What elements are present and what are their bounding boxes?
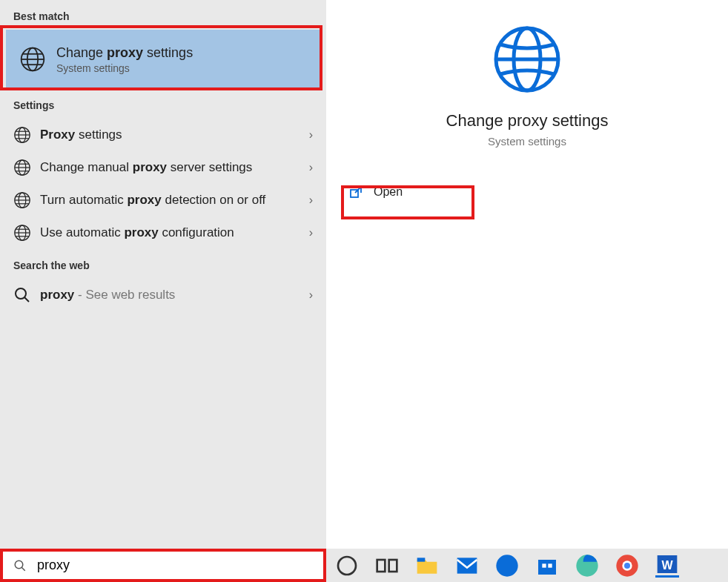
svg-point-32 [15, 560, 23, 569]
best-match-title: Change proxy settings [56, 45, 193, 61]
svg-rect-40 [538, 560, 556, 575]
svg-rect-35 [377, 560, 385, 572]
open-label: Open [374, 185, 403, 199]
settings-result[interactable]: Turn automatic proxy detection on or off… [0, 184, 326, 216]
settings-result-label: Turn automatic proxy detection on or off [40, 192, 309, 208]
chevron-right-icon: › [309, 288, 313, 302]
best-match-subtitle: System settings [56, 62, 193, 74]
svg-point-39 [496, 555, 517, 576]
taskbar-taskview-icon[interactable] [375, 554, 399, 578]
chevron-right-icon: › [309, 226, 313, 239]
globe-icon [13, 224, 31, 242]
text-suffix: - See web results [74, 288, 175, 302]
preview-subtitle: System settings [326, 135, 728, 148]
svg-rect-41 [542, 563, 546, 567]
globe-icon [13, 191, 31, 209]
best-match-text: Change proxy settings System settings [56, 45, 193, 74]
svg-rect-36 [389, 560, 397, 572]
settings-result-label: Use automatic proxy configuration [40, 225, 309, 241]
svg-point-46 [624, 563, 630, 569]
settings-result-label: Change manual proxy server settings [40, 159, 309, 176]
chevron-right-icon: › [309, 194, 313, 207]
settings-result[interactable]: Proxy settings › [0, 119, 326, 151]
settings-result-label: Proxy settings [40, 127, 309, 143]
svg-rect-42 [548, 563, 552, 567]
settings-results-list: Proxy settings › Change manual proxy ser… [0, 119, 326, 249]
preview-panel: Change proxy settings System settings Op… [326, 0, 728, 549]
chevron-right-icon: › [309, 161, 313, 174]
svg-point-25 [16, 288, 26, 299]
search-icon [13, 559, 27, 572]
taskbar-word-icon[interactable]: W [655, 554, 679, 578]
text-part: Change [56, 45, 107, 60]
svg-text:W: W [661, 559, 673, 572]
taskbar: W [326, 549, 728, 582]
globe-icon [13, 126, 31, 144]
open-button[interactable]: Open [326, 177, 728, 207]
svg-rect-38 [457, 558, 477, 573]
taskbar-file-explorer-icon[interactable] [415, 554, 439, 578]
globe-icon [13, 159, 31, 176]
search-input[interactable] [37, 558, 313, 573]
settings-result[interactable]: Change manual proxy server settings › [0, 151, 326, 184]
globe-icon [490, 22, 564, 96]
search-bar[interactable] [3, 552, 323, 579]
text-strong: proxy [40, 288, 74, 302]
taskbar-store-icon[interactable] [535, 554, 559, 578]
text-strong: proxy [107, 45, 143, 60]
taskbar-edge-icon[interactable] [575, 554, 599, 578]
web-result-label: proxy - See web results [40, 287, 309, 303]
svg-line-26 [24, 297, 29, 302]
web-result[interactable]: proxy - See web results › [0, 279, 326, 311]
svg-point-34 [338, 557, 356, 575]
preview-content: Change proxy settings System settings [326, 0, 728, 148]
settings-result[interactable]: Use automatic proxy configuration › [0, 216, 326, 249]
globe-icon [19, 46, 46, 73]
taskbar-cortana-icon[interactable] [335, 554, 359, 578]
search-icon [13, 286, 31, 304]
search-results-panel: Best match Change proxy settings System … [0, 0, 326, 549]
svg-rect-37 [417, 558, 426, 561]
best-match-result[interactable]: Change proxy settings System settings [6, 30, 320, 89]
open-external-icon [348, 185, 363, 199]
svg-line-33 [21, 567, 25, 571]
chevron-right-icon: › [309, 128, 313, 142]
section-settings: Settings [0, 89, 326, 119]
taskbar-mail-icon[interactable] [455, 554, 479, 578]
section-search-web: Search the web [0, 249, 326, 279]
section-best-match: Best match [0, 0, 326, 30]
text-part: settings [143, 45, 193, 60]
preview-title: Change proxy settings [326, 111, 728, 130]
taskbar-chrome-icon[interactable] [615, 554, 639, 578]
taskbar-dell-icon[interactable] [495, 554, 519, 578]
